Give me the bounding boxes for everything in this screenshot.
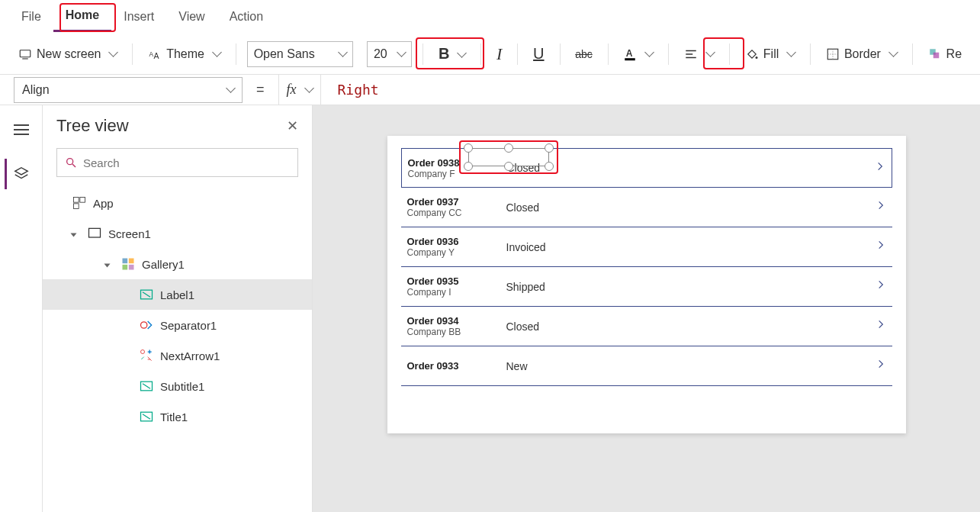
tree-item-label: Label1 — [160, 288, 194, 301]
tree-item-screen1[interactable]: Screen1 — [43, 218, 312, 249]
fill-label: Fill — [763, 47, 779, 61]
italic-button[interactable]: I — [492, 41, 506, 67]
strikethrough-button[interactable]: abc — [570, 45, 597, 63]
tab-home[interactable]: Home — [53, 1, 111, 32]
svg-rect-20 — [89, 228, 101, 237]
fill-button[interactable]: Fill — [741, 44, 799, 64]
gallery-item-status: Shipped — [491, 281, 876, 293]
property-dropdown[interactable]: Align — [14, 77, 243, 103]
gallery-item-title: Order 0937 — [407, 196, 491, 208]
tree-item-nextarrow1[interactable]: NextArrow1 — [43, 340, 312, 371]
tree-icon-label — [139, 409, 154, 424]
gallery-item-text: Order 0933 — [407, 360, 491, 372]
svg-rect-17 — [74, 198, 79, 203]
tree-title: Tree view — [56, 116, 129, 136]
svg-rect-19 — [74, 204, 79, 209]
tree-search-box[interactable] — [56, 148, 298, 177]
svg-rect-24 — [129, 265, 134, 270]
canvas-area: Order 0938Company FClosedOrder 0937Compa… — [313, 105, 980, 512]
search-icon — [65, 156, 77, 169]
border-button[interactable]: Border — [821, 44, 901, 64]
tree-icon-app — [72, 195, 87, 211]
svg-text:A: A — [149, 51, 154, 58]
tree-icon-nextarrow — [139, 348, 154, 363]
main-area: Tree view ✕ AppScreen1Gallery1Label1Sepa… — [0, 105, 980, 512]
tree-item-label: Subtitle1 — [160, 380, 204, 393]
tree-item-subtitle1[interactable]: Subtitle1 — [43, 371, 312, 401]
reorder-label: Re — [946, 47, 962, 61]
fx-icon: fx — [287, 82, 297, 98]
svg-point-15 — [67, 159, 73, 165]
svg-rect-18 — [80, 198, 85, 203]
chevron-down-icon — [454, 45, 465, 63]
chevron-down-icon — [394, 47, 405, 61]
next-arrow-icon[interactable] — [876, 356, 886, 375]
close-icon[interactable]: ✕ — [287, 118, 298, 134]
ribbon: New screen AA Theme Open Sans 20 B I U a… — [0, 34, 980, 75]
separator — [132, 43, 133, 65]
tab-file[interactable]: File — [9, 2, 53, 31]
separator — [480, 43, 481, 65]
font-family-dropdown[interactable]: Open Sans — [247, 41, 353, 67]
gallery-item-subtitle: Company Y — [407, 247, 491, 258]
rail-hamburger[interactable] — [6, 114, 37, 145]
svg-point-27 — [141, 350, 145, 354]
separator — [729, 43, 730, 65]
next-arrow-icon[interactable] — [876, 317, 886, 336]
gallery-item-status: Closed — [491, 201, 876, 214]
font-color-button[interactable]: A — [619, 44, 657, 64]
app-screen[interactable]: Order 0938Company FClosedOrder 0937Compa… — [387, 136, 906, 433]
tab-action[interactable]: Action — [217, 2, 275, 31]
new-screen-button[interactable]: New screen — [14, 44, 121, 64]
gallery-item[interactable]: Order 0934Company BBClosed — [401, 307, 892, 346]
chevron-down-icon — [885, 47, 897, 61]
tree-item-separator1[interactable]: Separator1 — [43, 310, 312, 340]
font-color-icon: A — [623, 47, 637, 61]
tab-insert[interactable]: Insert — [111, 2, 166, 31]
tree-item-gallery1[interactable]: Gallery1 — [43, 249, 312, 279]
gallery-item[interactable]: Order 0933New — [401, 346, 892, 386]
svg-rect-5 — [625, 58, 636, 60]
tab-view[interactable]: View — [166, 2, 217, 31]
separator — [236, 43, 236, 65]
next-arrow-icon[interactable] — [876, 198, 886, 217]
reorder-button[interactable]: Re — [924, 44, 966, 64]
tree-search-input[interactable] — [83, 156, 290, 169]
next-arrow-icon[interactable] — [876, 277, 886, 296]
separator — [517, 43, 518, 65]
bold-label: B — [439, 45, 449, 63]
tree-icon-label — [139, 287, 154, 302]
theme-button[interactable]: AA Theme — [143, 44, 225, 64]
align-icon — [684, 47, 698, 61]
tree-item-label: Screen1 — [108, 227, 151, 240]
gallery-item-text: Order 0934Company BB — [407, 315, 491, 337]
font-family-value: Open Sans — [254, 47, 315, 61]
tree-item-title1[interactable]: Title1 — [43, 401, 312, 432]
align-button[interactable] — [680, 44, 718, 64]
gallery-item[interactable]: Order 0937Company CCClosed — [401, 188, 892, 227]
next-arrow-icon[interactable] — [875, 159, 885, 178]
formula-input[interactable] — [330, 75, 966, 105]
next-arrow-icon[interactable] — [876, 237, 886, 256]
underline-button[interactable]: U — [529, 42, 548, 66]
tree-item-label: NextArrow1 — [160, 349, 220, 362]
tree-item-label: Title1 — [160, 411, 188, 423]
tree-item-app[interactable]: App — [43, 188, 312, 218]
gallery[interactable]: Order 0938Company FClosedOrder 0937Compa… — [387, 148, 906, 386]
font-size-dropdown[interactable]: 20 — [367, 41, 412, 67]
fill-icon — [745, 47, 759, 61]
gallery-item[interactable]: Order 0936Company YInvoiced — [401, 227, 892, 267]
font-size-value: 20 — [374, 47, 387, 61]
tree-item-label1[interactable]: Label1 — [43, 279, 312, 310]
svg-line-16 — [72, 164, 76, 167]
svg-rect-21 — [123, 259, 128, 264]
fx-button[interactable]: fx — [278, 75, 321, 105]
gallery-item[interactable]: Order 0935Company IShipped — [401, 267, 892, 307]
bold-button[interactable]: B — [434, 42, 470, 66]
chevron-down-icon — [105, 47, 117, 61]
svg-point-9 — [755, 56, 757, 59]
menu-bar: File Home Insert View Action — [0, 0, 980, 34]
tree-icon-label — [139, 378, 154, 394]
svg-text:A: A — [626, 48, 633, 59]
rail-tree-view[interactable] — [5, 159, 35, 189]
